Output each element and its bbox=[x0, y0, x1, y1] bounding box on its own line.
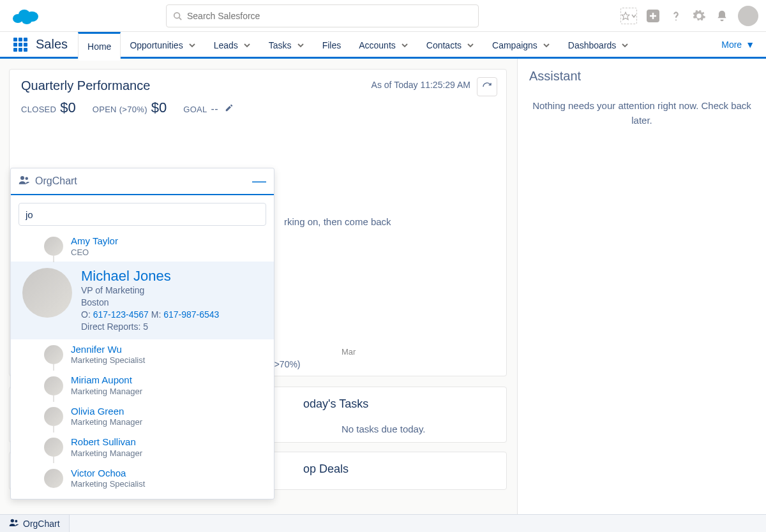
nav-item-campaigns[interactable]: Campaigns bbox=[483, 32, 559, 57]
orgchart-header: OrgChart — bbox=[11, 168, 274, 195]
orgchart-person-row[interactable]: Amy Taylor CEO bbox=[11, 231, 274, 262]
nav-item-label: Opportunities bbox=[130, 40, 183, 50]
chevron-down-icon[interactable] bbox=[297, 41, 304, 49]
goal-value: -- bbox=[211, 103, 218, 114]
help-icon[interactable] bbox=[669, 9, 683, 23]
utility-orgchart-button[interactable]: OrgChart bbox=[0, 515, 70, 532]
minimize-icon[interactable]: — bbox=[252, 178, 266, 184]
nav-item-opportunities[interactable]: Opportunities bbox=[121, 32, 204, 57]
nav-more-label: More bbox=[721, 40, 742, 50]
chevron-down-icon[interactable] bbox=[621, 41, 629, 49]
office-phone-link[interactable]: 617-123-4567 bbox=[93, 309, 149, 320]
salesforce-logo bbox=[11, 7, 38, 25]
orgchart-person-row-selected[interactable]: Michael Jones VP of Marketing Boston O: … bbox=[11, 262, 274, 339]
nav-item-leads[interactable]: Leads bbox=[205, 32, 260, 57]
tasks-title-tail: oday's Tasks bbox=[303, 397, 493, 411]
person-name: Victor Ochoa bbox=[71, 467, 145, 480]
avatar bbox=[44, 438, 63, 457]
global-search-input[interactable] bbox=[187, 11, 472, 21]
chevron-down-icon[interactable] bbox=[543, 41, 550, 49]
chevron-down-icon[interactable] bbox=[401, 41, 409, 49]
orgchart-person-row[interactable]: Victor OchoaMarketing Specialist bbox=[11, 463, 274, 494]
person-name: Michael Jones bbox=[81, 268, 219, 284]
svg-marker-6 bbox=[622, 12, 629, 20]
global-search[interactable] bbox=[166, 4, 479, 27]
person-location: Boston bbox=[81, 297, 219, 309]
person-phones: O: 617-123-4567 M: 617-987-6543 bbox=[81, 309, 219, 321]
orgchart-search-input[interactable] bbox=[19, 203, 266, 226]
person-name: Jennifer Wu bbox=[71, 343, 145, 356]
person-role: Marketing Manager bbox=[71, 417, 142, 428]
chart-month-label: Mar bbox=[342, 347, 356, 357]
chevron-down-icon[interactable] bbox=[467, 41, 474, 49]
deals-title-tail: op Deals bbox=[303, 462, 493, 476]
person-role: Marketing Manager bbox=[71, 448, 142, 459]
avatar bbox=[44, 345, 63, 364]
nav-more[interactable]: More ▼ bbox=[721, 32, 766, 57]
svg-point-10 bbox=[26, 177, 29, 181]
nav-item-contacts[interactable]: Contacts bbox=[417, 32, 483, 57]
notifications-bell-icon[interactable] bbox=[715, 9, 729, 23]
refresh-button[interactable] bbox=[477, 77, 497, 96]
person-role: CEO bbox=[71, 248, 118, 258]
app-launcher-icon[interactable] bbox=[8, 32, 33, 57]
people-icon bbox=[19, 175, 30, 188]
nav-item-accounts[interactable]: Accounts bbox=[350, 32, 417, 57]
nav-item-files[interactable]: Files bbox=[313, 32, 350, 57]
orgchart-search-wrap bbox=[11, 195, 274, 230]
chevron-down-icon[interactable] bbox=[188, 41, 196, 49]
avatar bbox=[44, 237, 63, 256]
utility-bar: OrgChart bbox=[0, 514, 766, 532]
avatar bbox=[22, 268, 72, 318]
svg-line-5 bbox=[179, 17, 182, 20]
nav-item-label: Tasks bbox=[269, 40, 292, 50]
avatar bbox=[44, 407, 63, 426]
perf-metrics: CLOSED$0 OPEN (>70%)$0 GOAL-- bbox=[21, 100, 495, 116]
nav-item-label: Dashboards bbox=[568, 40, 617, 50]
orgchart-panel: OrgChart — Amy Taylor CEO Michael Jones … bbox=[10, 168, 274, 499]
user-avatar[interactable] bbox=[738, 6, 758, 26]
nav-item-label: Leads bbox=[214, 40, 238, 50]
chevron-down-icon: ▼ bbox=[746, 40, 755, 50]
orgchart-results: Amy Taylor CEO Michael Jones VP of Marke… bbox=[11, 230, 274, 499]
orgchart-person-row[interactable]: Robert SullivanMarketing Manager bbox=[11, 432, 274, 462]
person-role: Marketing Specialist bbox=[71, 479, 145, 490]
search-icon bbox=[173, 9, 187, 23]
person-name: Olivia Green bbox=[71, 405, 142, 418]
mobile-phone-link[interactable]: 617-987-6543 bbox=[163, 309, 219, 320]
add-icon[interactable] bbox=[646, 9, 660, 23]
favorites-icon[interactable] bbox=[620, 8, 637, 24]
assistant-title: Assistant bbox=[529, 69, 755, 84]
svg-point-8 bbox=[675, 19, 677, 20]
avatar bbox=[44, 376, 63, 395]
people-icon bbox=[9, 518, 19, 529]
nav-item-label: Campaigns bbox=[492, 40, 537, 50]
person-role: Marketing Manager bbox=[71, 387, 142, 397]
perf-asof: As of Today 11:25:29 AM bbox=[372, 80, 470, 90]
svg-point-9 bbox=[20, 176, 24, 180]
orgchart-person-row[interactable]: Jennifer WuMarketing Specialist bbox=[11, 339, 274, 370]
avatar bbox=[44, 469, 63, 488]
nav-item-dashboards[interactable]: Dashboards bbox=[559, 32, 638, 57]
assistant-panel: Assistant Nothing needs your attention r… bbox=[517, 59, 766, 514]
svg-point-12 bbox=[15, 520, 17, 522]
nav-item-tasks[interactable]: Tasks bbox=[260, 32, 313, 57]
nav-item-home[interactable]: Home bbox=[78, 32, 121, 59]
orgchart-person-row[interactable]: Olivia GreenMarketing Manager bbox=[11, 401, 274, 432]
nav-item-label: Accounts bbox=[359, 40, 396, 50]
closed-value: $0 bbox=[60, 100, 75, 115]
person-name: Robert Sullivan bbox=[71, 436, 142, 448]
person-reports: Direct Reports: 5 bbox=[81, 321, 219, 333]
open-value: $0 bbox=[151, 100, 167, 115]
svg-point-3 bbox=[22, 17, 32, 24]
chevron-down-icon[interactable] bbox=[243, 41, 251, 49]
nav-item-label: Files bbox=[322, 40, 342, 50]
tasks-empty-msg: No tasks due today. bbox=[342, 424, 493, 434]
orgchart-person-row[interactable]: Miriam AupontMarketing Manager bbox=[11, 370, 274, 401]
person-name: Miriam Aupont bbox=[71, 374, 142, 387]
nav-item-label: Contacts bbox=[426, 40, 462, 50]
setup-gear-icon[interactable] bbox=[692, 9, 706, 23]
edit-goal-icon[interactable] bbox=[225, 105, 234, 114]
svg-point-4 bbox=[174, 12, 180, 18]
header-actions bbox=[620, 6, 758, 26]
